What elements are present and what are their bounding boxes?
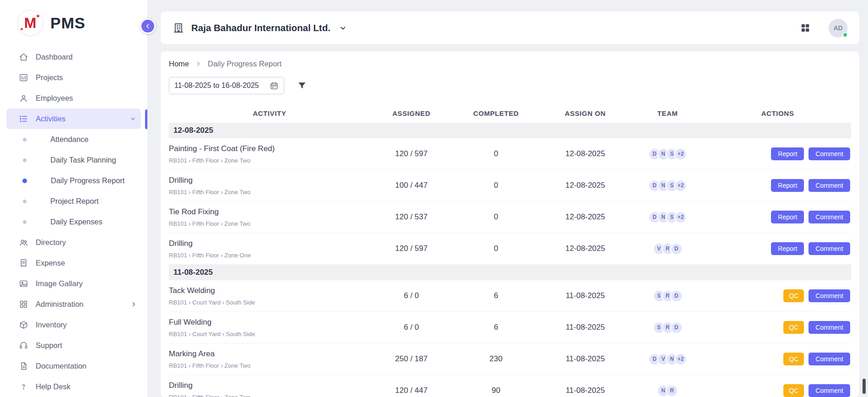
activity-title: Marking Area bbox=[169, 349, 366, 359]
sidebar-subitem-label: Project Report bbox=[50, 197, 98, 206]
comment-button[interactable]: Comment bbox=[809, 289, 850, 302]
team-cell: NR bbox=[631, 385, 704, 397]
sidebar-item-image-gallery[interactable]: Image Gallary bbox=[0, 273, 147, 294]
comment-button[interactable]: Comment bbox=[809, 321, 850, 334]
sidebar-item-administration[interactable]: Administration bbox=[0, 294, 147, 315]
sidebar-subitem-daily-task-planning[interactable]: Daily Task Planning bbox=[0, 150, 147, 170]
pms-logo-icon: M bbox=[17, 10, 43, 36]
comment-button[interactable]: Comment bbox=[809, 179, 850, 192]
team-member-avatar[interactable]: R bbox=[666, 385, 678, 397]
activity-path: RB101 › Court Yard › South Side bbox=[169, 299, 366, 306]
assign-on-value: 11-08-2025 bbox=[539, 354, 631, 364]
comment-button[interactable]: Comment bbox=[809, 384, 850, 397]
date-range-input[interactable]: 11-08-2025 to 16-08-2025 bbox=[169, 77, 284, 94]
comment-button[interactable]: Comment bbox=[809, 147, 850, 160]
report-button[interactable]: Report bbox=[771, 179, 804, 192]
team-member-avatar[interactable]: D bbox=[670, 290, 683, 302]
completed-value: 6 bbox=[453, 291, 539, 300]
assigned-value: 6 / 0 bbox=[370, 323, 453, 332]
sidebar-item-inventory[interactable]: Inventory bbox=[0, 315, 147, 335]
sidebar-subitem-daily-expenses[interactable]: Daily Expenses bbox=[0, 212, 147, 232]
column-header-activity: ACTIVITY bbox=[169, 109, 370, 117]
activity-cell: Full WeldingRB101 › Court Yard › South S… bbox=[169, 318, 370, 337]
sidebar-item-dashboard[interactable]: Dashboard bbox=[0, 47, 147, 67]
activity-title: Drilling bbox=[169, 239, 366, 248]
team-cell: SRD bbox=[631, 321, 704, 334]
breadcrumb: Home Daily Progress Report bbox=[169, 58, 851, 70]
sidebar-item-help-desk[interactable]: Help Desk bbox=[0, 376, 147, 397]
apps-grid-icon[interactable] bbox=[800, 23, 810, 33]
team-member-avatar[interactable]: +2 bbox=[674, 353, 687, 365]
sidebar-item-expense[interactable]: Expense bbox=[0, 253, 147, 273]
report-button[interactable]: Report bbox=[771, 242, 804, 255]
breadcrumb-current: Daily Progress Report bbox=[208, 60, 281, 68]
sidebar-item-label: Help Desk bbox=[36, 382, 70, 391]
qc-button[interactable]: QC bbox=[783, 289, 804, 302]
chevron-left-icon bbox=[144, 22, 151, 30]
breadcrumb-home-link[interactable]: Home bbox=[169, 60, 189, 68]
team-member-avatar[interactable]: +2 bbox=[674, 179, 687, 192]
scrollbar-thumb[interactable] bbox=[863, 379, 866, 394]
sidebar-subitem-project-report[interactable]: Project Report bbox=[0, 191, 147, 212]
activity-path: RB101 › Court Yard › South Side bbox=[169, 331, 366, 337]
activity-title: Painting - First Coat (Fire Red) bbox=[169, 144, 366, 153]
activity-path: RB101 › Fifth Floor › Zone Two bbox=[169, 394, 366, 397]
sidebar-item-support[interactable]: Support bbox=[0, 335, 147, 356]
report-button[interactable]: Report bbox=[771, 211, 804, 223]
team-member-avatar[interactable]: D bbox=[670, 243, 683, 255]
grid-icon bbox=[18, 299, 28, 310]
sidebar-collapse-button[interactable] bbox=[140, 18, 156, 34]
comment-button[interactable]: Comment bbox=[809, 353, 850, 365]
assigned-value: 120 / 537 bbox=[370, 212, 453, 222]
sidebar-item-activities[interactable]: Activities bbox=[6, 109, 141, 129]
assigned-value: 250 / 187 bbox=[370, 354, 453, 364]
sidebar-subitem-attendance[interactable]: Attendance bbox=[0, 129, 147, 150]
bullet-dot-icon bbox=[23, 138, 27, 141]
table-row: DrillingRB101 › Fifth Floor › Zone Two12… bbox=[169, 375, 851, 397]
assigned-value: 120 / 597 bbox=[370, 244, 453, 253]
team-member-avatar[interactable]: +2 bbox=[674, 148, 687, 160]
sidebar-item-label: Dashboard bbox=[36, 53, 73, 61]
team-cell: DNS+2 bbox=[631, 211, 704, 223]
team-cell: DNS+2 bbox=[631, 148, 704, 160]
sidebar-item-label: Support bbox=[36, 341, 62, 350]
topbar: Raja Bahadur International Ltd. AD bbox=[161, 11, 859, 44]
app-root: M PMS Dashboard Projects Employees Activ… bbox=[0, 0, 868, 397]
people-icon bbox=[18, 238, 28, 248]
main-area: Raja Bahadur International Ltd. AD Home … bbox=[148, 0, 868, 397]
sidebar-item-label: Image Gallary bbox=[36, 279, 83, 288]
actions-cell: ReportComment bbox=[704, 242, 851, 255]
table-row: Marking AreaRB101 › Fifth Floor › Zone T… bbox=[169, 343, 851, 375]
sidebar-item-employees[interactable]: Employees bbox=[0, 88, 147, 109]
box-icon bbox=[18, 320, 28, 330]
qc-button[interactable]: QC bbox=[783, 384, 804, 397]
sidebar-item-directory[interactable]: Directory bbox=[0, 232, 147, 253]
filter-row: 11-08-2025 to 16-08-2025 bbox=[169, 77, 851, 94]
activity-title: Tie Rod Fixing bbox=[169, 207, 366, 217]
bullet-dot-icon bbox=[22, 179, 27, 183]
sidebar-item-projects[interactable]: Projects bbox=[0, 67, 147, 88]
sidebar-item-label: Directory bbox=[36, 238, 66, 247]
comment-button[interactable]: Comment bbox=[809, 211, 850, 223]
sidebar-item-label: Projects bbox=[36, 73, 63, 82]
comment-button[interactable]: Comment bbox=[809, 242, 850, 255]
sidebar-subitem-daily-progress-report[interactable]: Daily Progress Report bbox=[0, 170, 147, 191]
team-member-avatar[interactable]: D bbox=[670, 321, 683, 334]
sidebar-item-documentation[interactable]: Documentation bbox=[0, 356, 147, 376]
qc-button[interactable]: QC bbox=[783, 353, 804, 365]
building-icon bbox=[173, 22, 184, 34]
table-row: Tie Rod FixingRB101 › Fifth Floor › Zone… bbox=[169, 201, 851, 233]
chevron-down-icon bbox=[129, 115, 136, 122]
activity-title: Full Welding bbox=[169, 318, 366, 327]
qc-button[interactable]: QC bbox=[783, 321, 804, 334]
activity-path: RB101 › Fifth Floor › Zone Two bbox=[169, 157, 366, 164]
activity-title: Drilling bbox=[169, 381, 366, 390]
user-avatar[interactable]: AD bbox=[829, 19, 847, 38]
company-selector[interactable]: Raja Bahadur International Ltd. bbox=[173, 22, 347, 34]
report-button[interactable]: Report bbox=[771, 147, 804, 160]
team-member-avatar[interactable]: +2 bbox=[674, 211, 687, 223]
filter-icon[interactable] bbox=[297, 81, 307, 91]
table-row: DrillingRB101 › Fifth Floor › Zone Two10… bbox=[169, 170, 851, 201]
assigned-value: 6 / 0 bbox=[370, 291, 453, 300]
bullet-dot-icon bbox=[23, 200, 27, 203]
